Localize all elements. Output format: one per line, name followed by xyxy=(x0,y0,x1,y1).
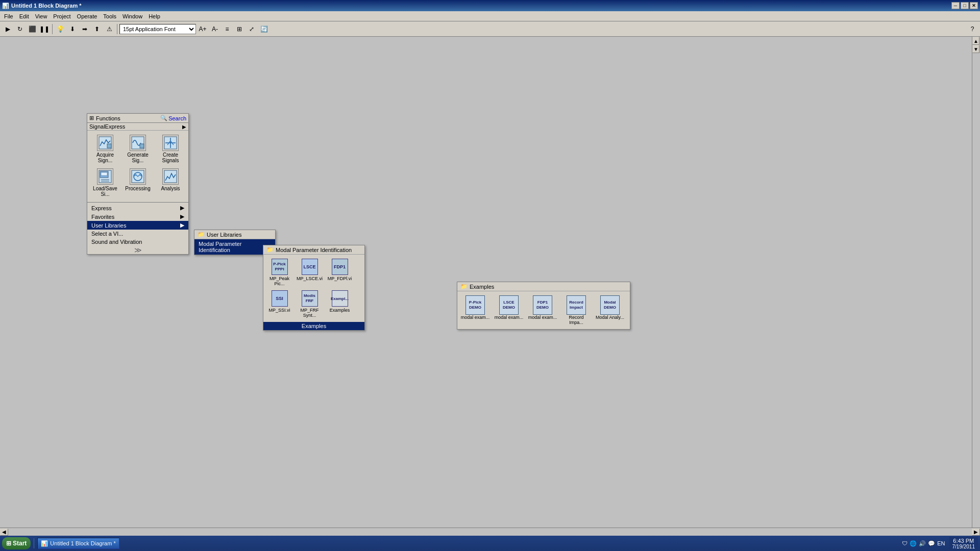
toolbar-run[interactable]: ▶ xyxy=(2,23,13,35)
ex-modal-3-img: FDP1DEMO xyxy=(533,295,552,315)
mp-ssi-item[interactable]: SSI MP_SSI.vi xyxy=(265,289,293,319)
ex-modal-2-label: modal exam... xyxy=(495,315,524,320)
scroll-right-btn[interactable]: ▶ xyxy=(972,529,980,536)
close-button[interactable]: ✕ xyxy=(970,2,978,9)
toolbar-pause[interactable]: ❚❚ xyxy=(39,23,50,35)
mp-peak-pic-img: P-PickPPPI xyxy=(272,259,288,275)
toolbar-dist[interactable]: ⊞ xyxy=(234,23,245,35)
create-signals-icon[interactable]: Create Signals xyxy=(155,133,186,165)
menu-express[interactable]: Express ▶ xyxy=(87,204,188,212)
menu-file[interactable]: File xyxy=(1,12,16,20)
toolbar-resize[interactable]: ⤢ xyxy=(246,23,257,35)
mp-frf-img: ModisFRF xyxy=(302,290,318,307)
menu-view[interactable]: View xyxy=(32,12,51,20)
ex-modal-1[interactable]: P-PickDEMO modal exam... xyxy=(459,294,491,326)
lang-icon: EN xyxy=(937,540,945,546)
toolbar-help[interactable]: ? xyxy=(967,23,978,35)
examples-panel-icon: 📁 xyxy=(460,283,468,290)
mp-frf-item[interactable]: ModisFRF MP_FRF Synt... xyxy=(296,289,324,319)
taskbar-sep xyxy=(34,538,34,548)
signalexpress-row[interactable]: SignalExpress ▶ xyxy=(87,123,188,131)
minimize-button[interactable]: ─ xyxy=(951,2,960,9)
chat-icon: 💬 xyxy=(928,540,935,547)
ex-modal-1-img: P-PickDEMO xyxy=(465,295,485,315)
generate-signals-icon[interactable]: Generate Sig... xyxy=(122,133,154,165)
toolbar-highlight[interactable]: 💡 xyxy=(55,23,66,35)
ex-modal-analysis[interactable]: ModalDEMO Modal Analy... xyxy=(594,294,626,326)
toolbar-step-over[interactable]: ➡ xyxy=(79,23,90,35)
search-button[interactable]: 🔍 Search xyxy=(160,115,186,121)
mp-fdpl-item[interactable]: FDP1 MP_FDPl.vi xyxy=(326,258,354,287)
menu-favorites[interactable]: Favorites ▶ xyxy=(87,212,188,221)
menu-tools[interactable]: Tools xyxy=(100,12,119,20)
shield-icon: 🛡 xyxy=(902,540,908,546)
svg-rect-9 xyxy=(101,172,107,176)
ex-record-impact[interactable]: RecordImpact Record Impa... xyxy=(560,294,592,326)
ex-modal-2[interactable]: LSCEDEMO modal exam... xyxy=(493,294,525,326)
taskbar-window-label: Untitled 1 Block Diagram * xyxy=(50,540,115,546)
toolbar-reorder[interactable]: 🔄 xyxy=(258,23,270,35)
processing-icon[interactable]: Processing xyxy=(122,166,154,199)
network-icon: 🌐 xyxy=(910,540,917,547)
toolbar-align[interactable]: ≡ xyxy=(222,23,233,35)
ex-modal-analysis-img: ModalDEMO xyxy=(600,295,620,315)
ex-modal-3[interactable]: FDP1DEMO modal exam... xyxy=(527,294,558,326)
analysis-img xyxy=(162,168,179,185)
v-scrollbar[interactable]: ▲ ▼ xyxy=(972,37,980,528)
toolbar-run-cont[interactable]: ↻ xyxy=(14,23,26,35)
processing-img xyxy=(130,168,146,185)
h-scrollbar[interactable]: ◀ ▶ xyxy=(0,528,980,536)
toolbar-abort[interactable]: ⬛ xyxy=(27,23,38,35)
scroll-down-btn[interactable]: ▼ xyxy=(972,45,979,53)
examples-icon-row: P-PickDEMO modal exam... LSCEDEMO modal … xyxy=(457,291,630,329)
modal-icon: 📁 xyxy=(266,246,274,253)
main-canvas[interactable]: ⊞ Functions 🔍 Search SignalExpress ▶ xyxy=(0,37,980,536)
mp-ssi-label: MP_SSI.vi xyxy=(268,308,290,313)
taskbar-window-btn[interactable]: 📊 Untitled 1 Block Diagram * xyxy=(37,538,119,549)
scroll-up-btn[interactable]: ▲ xyxy=(972,37,979,45)
toolbar-warn[interactable]: ⚠ xyxy=(104,23,115,35)
menu-bar: File Edit View Project Operate Tools Win… xyxy=(0,11,980,21)
examples-img-modal: Exampl... xyxy=(332,290,348,307)
analysis-icon[interactable]: Analysis xyxy=(155,166,186,199)
search-icon: 🔍 xyxy=(160,115,167,121)
clock-display[interactable]: 6:43 PM 7/19/2011 xyxy=(949,537,978,550)
toolbar-step-out[interactable]: ⬆ xyxy=(91,23,103,35)
load-save-icon[interactable]: Load/Save Si... xyxy=(89,166,121,199)
panel-divider-1 xyxy=(87,202,188,203)
toolbar-font-size-down[interactable]: A- xyxy=(209,23,220,35)
load-save-label: Load/Save Si... xyxy=(90,186,120,197)
ex-modal-2-img: LSCEDEMO xyxy=(499,295,519,315)
acquire-signals-icon[interactable]: Acquire Sign... xyxy=(89,133,121,165)
svg-rect-1 xyxy=(107,144,111,148)
functions-icon: ⊞ xyxy=(89,115,94,121)
toolbar-step-into[interactable]: ⬇ xyxy=(67,23,78,35)
signalexpress-arrow: ▶ xyxy=(182,124,186,130)
menu-sound-vibration[interactable]: Sound and Vibration xyxy=(87,238,188,246)
taskbar-right: 🛡 🌐 🔊 💬 EN 6:43 PM 7/19/2011 xyxy=(900,537,978,550)
menu-project[interactable]: Project xyxy=(50,12,74,20)
menu-window[interactable]: Window xyxy=(119,12,145,20)
menu-operate[interactable]: Operate xyxy=(74,12,101,20)
menu-help[interactable]: Help xyxy=(145,12,163,20)
title-bar-left: 📊 Untitled 1 Block Diagram * xyxy=(2,3,82,9)
examples-panel-title: Examples xyxy=(470,284,494,290)
start-button[interactable]: ⊞ Start xyxy=(2,537,31,549)
examples-item-modal[interactable]: Exampl... Examples xyxy=(326,289,354,319)
functions-title: Functions xyxy=(96,115,120,121)
mp-lsce-item[interactable]: LSCE MP_LSCE.vi xyxy=(296,258,324,287)
restore-button[interactable]: □ xyxy=(961,2,969,9)
modal-param-label: Modal Parameter Identification xyxy=(199,241,267,253)
font-dropdown[interactable]: 15pt Application Font xyxy=(119,24,196,34)
menu-user-libraries[interactable]: User Libraries ▶ xyxy=(87,221,188,230)
menu-edit[interactable]: Edit xyxy=(16,12,32,20)
menu-select-vi[interactable]: Select a VI... xyxy=(87,230,188,238)
analysis-label: Analysis xyxy=(161,186,180,191)
audio-icon: 🔊 xyxy=(919,540,926,547)
examples-panel-header: 📁 Examples xyxy=(457,282,630,291)
ex-record-label: Record Impa... xyxy=(561,315,591,325)
scroll-left-btn[interactable]: ◀ xyxy=(0,529,8,536)
toolbar-font-size-up[interactable]: A+ xyxy=(197,23,208,35)
title-bar: 📊 Untitled 1 Block Diagram * ─ □ ✕ xyxy=(0,0,980,11)
mp-peak-pic-item[interactable]: P-PickPPPI MP_Peak Pic... xyxy=(265,258,293,287)
